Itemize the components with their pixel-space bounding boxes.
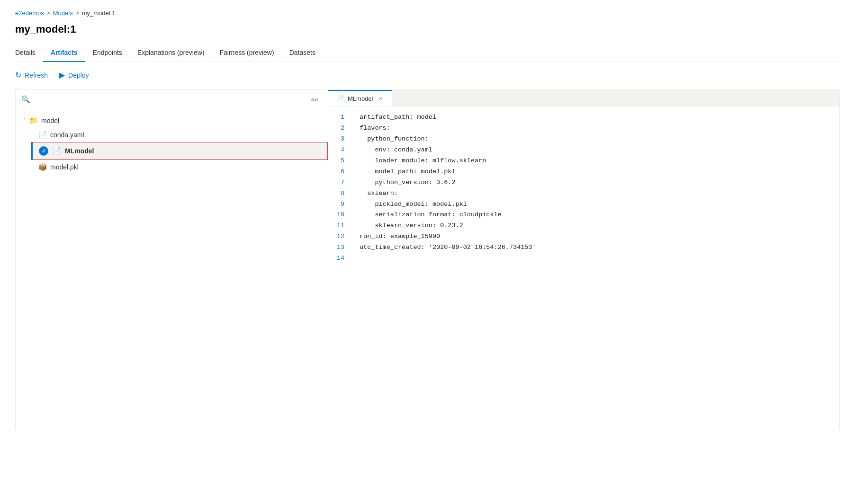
file-icon-mlmodel: 📄	[52, 147, 61, 155]
code-line-5: loader_module: mlflow.sklearn	[360, 156, 832, 167]
code-line-10: serialization_format: cloudpickle	[360, 210, 832, 221]
breadcrumb-sep-1: >	[47, 10, 50, 17]
code-line-1: artifact_path: model	[360, 112, 832, 123]
line-number-14: 14	[336, 253, 344, 264]
tab-fairness[interactable]: Fairness (preview)	[212, 45, 282, 62]
file-tree: ˅ 📁 model 📄 conda.yaml ✓ 📄	[16, 109, 328, 430]
line-number-4: 4	[336, 145, 344, 156]
editor-tab-mlmodel[interactable]: 📄 MLmodel ×	[328, 90, 392, 106]
line-number-6: 6	[336, 167, 344, 177]
folder-model[interactable]: ˅ 📁 model	[16, 113, 328, 128]
file-model-pkl[interactable]: 📦 model.pkl	[31, 160, 328, 174]
code-line-13: utc_time_created: '2020-09-02 16:54:26.7…	[360, 242, 832, 253]
folder-model-label: model	[41, 117, 59, 124]
collapse-button[interactable]: ««	[307, 95, 322, 104]
tab-details[interactable]: Details	[15, 45, 43, 62]
editor-tab-close-button[interactable]: ×	[377, 95, 384, 102]
tab-datasets[interactable]: Datasets	[282, 45, 323, 62]
tab-explanations[interactable]: Explanations (preview)	[130, 45, 212, 62]
deploy-label: Deploy	[68, 71, 89, 79]
tab-endpoints[interactable]: Endpoints	[85, 45, 130, 62]
folder-icon: 📁	[29, 116, 38, 125]
main-content: 🔍 «« ˅ 📁 model 📄 conda.yaml	[15, 89, 840, 430]
code-line-8: sklearn:	[360, 188, 832, 199]
code-line-6: model_path: model.pkl	[360, 167, 832, 177]
toolbar: ↻ Refresh ▶ Deploy	[15, 62, 840, 86]
editor-tab-label: MLmodel	[348, 95, 373, 102]
code-line-7: python_version: 3.6.2	[360, 177, 832, 188]
code-line-11: sklearn_version: 0.23.2	[360, 221, 832, 231]
code-line-3: python_function:	[360, 134, 832, 145]
line-number-13: 13	[336, 242, 344, 253]
line-number-11: 11	[336, 221, 344, 231]
refresh-label: Refresh	[25, 71, 48, 79]
line-number-8: 8	[336, 188, 344, 199]
line-number-9: 9	[336, 199, 344, 210]
line-number-1: 1	[336, 112, 344, 123]
check-icon: ✓	[39, 146, 48, 156]
selection-bar	[31, 142, 33, 159]
file-mlmodel-label: MLmodel	[65, 147, 94, 155]
code-line-9: pickled_model: model.pkl	[360, 199, 832, 210]
file-model-pkl-label: model.pkl	[50, 163, 79, 171]
deploy-icon: ▶	[59, 71, 65, 79]
line-number-5: 5	[336, 156, 344, 167]
code-content: artifact_path: modelflavors: python_func…	[352, 112, 839, 424]
search-icon: 🔍	[21, 95, 30, 104]
search-input[interactable]	[34, 96, 303, 103]
deploy-button[interactable]: ▶ Deploy	[59, 70, 89, 81]
breadcrumb-e2edemos[interactable]: e2edemos	[15, 9, 44, 17]
file-conda-yaml[interactable]: 📄 conda.yaml	[31, 128, 328, 142]
line-number-12: 12	[336, 231, 344, 242]
file-icon-conda: 📄	[38, 131, 47, 139]
code-line-4: env: conda.yaml	[360, 145, 832, 156]
tree-children: 📄 conda.yaml ✓ 📄 MLmodel 📦 model.pkl	[16, 128, 328, 174]
page-title: my_model:1	[15, 23, 840, 35]
breadcrumb: e2edemos > Models > my_model:1	[15, 9, 840, 17]
file-mlmodel[interactable]: ✓ 📄 MLmodel	[31, 142, 328, 160]
search-bar: 🔍 ««	[16, 90, 328, 109]
line-number-2: 2	[336, 123, 344, 134]
code-line-2: flavors:	[360, 123, 832, 134]
tab-artifacts[interactable]: Artifacts	[43, 45, 85, 62]
file-icon-pkl: 📦	[38, 163, 47, 171]
line-number-10: 10	[336, 210, 344, 221]
line-number-7: 7	[336, 177, 344, 188]
tabs-container: Details Artifacts Endpoints Explanations…	[15, 45, 840, 62]
code-line-12: run_id: example_15990	[360, 231, 832, 242]
editor-tab-file-icon: 📄	[336, 95, 344, 102]
refresh-icon: ↻	[15, 71, 21, 79]
breadcrumb-models[interactable]: Models	[53, 9, 73, 17]
line-numbers: 1234567891011121314	[328, 112, 352, 424]
page-wrapper: e2edemos > Models > my_model:1 my_model:…	[0, 0, 855, 504]
chevron-down-icon: ˅	[23, 117, 26, 124]
line-number-3: 3	[336, 134, 344, 145]
breadcrumb-current: my_model:1	[82, 9, 116, 17]
code-area: 1234567891011121314 artifact_path: model…	[328, 106, 839, 430]
left-panel: 🔍 «« ˅ 📁 model 📄 conda.yaml	[16, 90, 328, 430]
refresh-button[interactable]: ↻ Refresh	[15, 70, 48, 81]
editor-tabs: 📄 MLmodel ×	[328, 90, 839, 106]
right-panel: 📄 MLmodel × 1234567891011121314 artifact…	[328, 90, 839, 430]
breadcrumb-sep-2: >	[76, 10, 79, 17]
file-conda-yaml-label: conda.yaml	[50, 131, 84, 139]
